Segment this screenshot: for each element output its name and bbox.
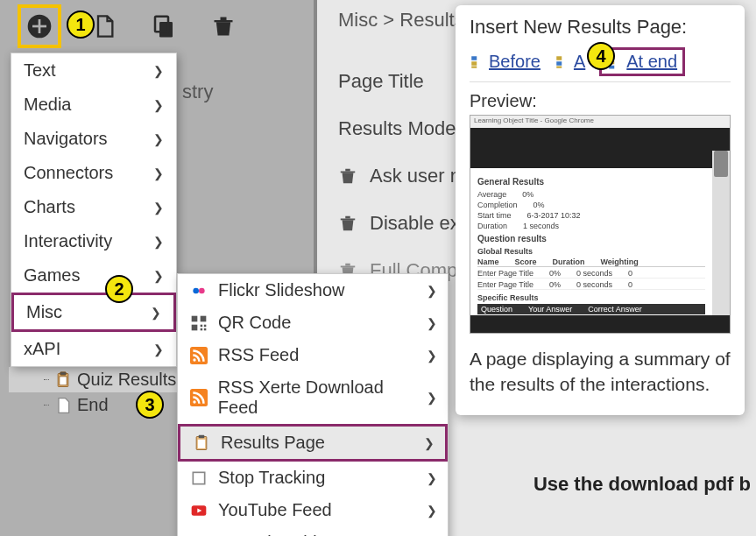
svg-point-9 bbox=[199, 287, 205, 293]
svg-rect-29 bbox=[471, 66, 477, 67]
svg-point-18 bbox=[193, 358, 195, 361]
chevron-right-icon: ❯ bbox=[427, 284, 437, 298]
tree-label: End bbox=[77, 395, 109, 415]
insert-before-icon bbox=[470, 54, 485, 70]
chevron-right-icon: ❯ bbox=[151, 306, 161, 320]
page-icon bbox=[54, 397, 72, 414]
svg-rect-14 bbox=[204, 324, 207, 327]
preview-body: General Results Average0% Completion0% S… bbox=[470, 168, 712, 315]
chevron-right-icon: ❯ bbox=[427, 349, 437, 363]
svg-rect-32 bbox=[556, 66, 562, 67]
stop-icon bbox=[190, 469, 208, 487]
svg-rect-30 bbox=[556, 56, 562, 60]
preview-thumbnail: Learning Object Title - Google Chrome Ge… bbox=[470, 115, 731, 334]
submenu-youtube-feed[interactable]: YouTube Feed ❯ bbox=[178, 494, 448, 526]
misc-submenu: Flickr Slideshow ❯ QR Code ❯ RSS Feed ❯ … bbox=[177, 273, 449, 536]
svg-rect-13 bbox=[201, 324, 203, 327]
clipboard-icon bbox=[193, 434, 210, 452]
bg-text-fragment: stry bbox=[182, 81, 213, 103]
trash-icon[interactable] bbox=[338, 166, 357, 186]
menu-item-xapi[interactable]: xAPI❯ bbox=[11, 332, 176, 366]
chevron-right-icon: ❯ bbox=[424, 436, 435, 450]
add-button[interactable] bbox=[23, 10, 56, 43]
tree-label: Quiz Results bbox=[77, 370, 176, 390]
submenu-qrcode[interactable]: QR Code ❯ bbox=[178, 307, 448, 339]
trash-icon bbox=[211, 13, 236, 39]
preview-results-bar bbox=[470, 151, 712, 168]
popover-title: Insert New Results Page: bbox=[470, 16, 731, 39]
preview-label: Preview: bbox=[470, 91, 731, 111]
svg-rect-12 bbox=[192, 324, 198, 330]
flickr-icon bbox=[190, 282, 208, 300]
svg-rect-28 bbox=[471, 61, 477, 66]
clipboard-icon bbox=[54, 371, 72, 389]
rss-icon bbox=[190, 347, 208, 364]
svg-rect-22 bbox=[199, 434, 205, 437]
insert-after-icon bbox=[555, 54, 570, 70]
menu-item-text[interactable]: Text❯ bbox=[11, 53, 176, 88]
insert-before-link[interactable]: Before bbox=[470, 52, 541, 72]
svg-rect-15 bbox=[201, 328, 203, 330]
menu-item-navigators[interactable]: Navigators❯ bbox=[11, 122, 176, 156]
qr-icon bbox=[190, 314, 208, 332]
chevron-right-icon: ❯ bbox=[427, 504, 437, 518]
menu-item-connectors[interactable]: Connectors❯ bbox=[11, 156, 176, 190]
svg-rect-16 bbox=[204, 328, 207, 330]
chevron-right-icon: ❯ bbox=[153, 235, 164, 249]
plus-circle-icon bbox=[25, 12, 53, 40]
chevron-right-icon: ❯ bbox=[153, 342, 164, 356]
submenu-rss[interactable]: RSS Feed ❯ bbox=[178, 339, 448, 371]
svg-rect-27 bbox=[471, 56, 477, 60]
menu-item-misc[interactable]: Misc❯ bbox=[11, 293, 176, 332]
category-menu: Text❯ Media❯ Navigators❯ Connectors❯ Cha… bbox=[11, 53, 177, 367]
svg-point-8 bbox=[193, 287, 199, 293]
chevron-right-icon: ❯ bbox=[427, 316, 437, 330]
svg-rect-7 bbox=[60, 376, 67, 384]
popover-description: A page displaying a summary of the resul… bbox=[470, 346, 731, 398]
chevron-right-icon: ❯ bbox=[153, 64, 164, 78]
file-icon bbox=[92, 12, 117, 40]
svg-rect-17 bbox=[190, 347, 208, 364]
toolbar bbox=[0, 0, 314, 53]
insert-after-link[interactable]: A bbox=[555, 52, 585, 72]
chevron-right-icon: ❯ bbox=[153, 269, 164, 283]
preview-footer-bar bbox=[470, 315, 730, 333]
chevron-right-icon: ❯ bbox=[153, 132, 164, 146]
preview-scrollbar bbox=[712, 151, 730, 315]
submenu-flickr[interactable]: Flickr Slideshow ❯ bbox=[178, 274, 448, 307]
menu-item-media[interactable]: Media❯ bbox=[11, 88, 176, 122]
svg-rect-24 bbox=[193, 472, 204, 483]
chevron-right-icon: ❯ bbox=[427, 391, 437, 405]
chevron-right-icon: ❯ bbox=[153, 201, 164, 215]
step-marker-2: 2 bbox=[105, 275, 133, 303]
step-marker-3: 3 bbox=[136, 391, 164, 419]
chevron-right-icon: ❯ bbox=[153, 166, 164, 180]
copy-icon bbox=[151, 13, 177, 39]
svg-rect-10 bbox=[192, 315, 198, 321]
menu-item-interactivity[interactable]: Interactivity❯ bbox=[11, 224, 176, 258]
svg-rect-2 bbox=[32, 25, 46, 28]
copy-button[interactable] bbox=[147, 10, 180, 43]
chevron-right-icon: ❯ bbox=[153, 98, 164, 112]
menu-item-games[interactable]: Games❯ bbox=[11, 258, 176, 293]
trash-icon[interactable] bbox=[338, 214, 357, 233]
submenu-results-page[interactable]: Results Page ❯ bbox=[178, 424, 448, 462]
svg-rect-19 bbox=[190, 389, 208, 406]
svg-rect-23 bbox=[198, 439, 205, 448]
delete-button[interactable] bbox=[207, 10, 240, 43]
step-marker-4: 4 bbox=[587, 42, 615, 70]
hint-text-fragment: Use the download pdf b bbox=[533, 473, 751, 496]
svg-rect-31 bbox=[556, 61, 562, 66]
chevron-right-icon: ❯ bbox=[427, 471, 437, 485]
svg-rect-6 bbox=[60, 371, 67, 374]
svg-point-20 bbox=[193, 400, 195, 403]
menu-item-charts[interactable]: Charts❯ bbox=[11, 190, 176, 224]
submenu-stop-tracking[interactable]: Stop Tracking ❯ bbox=[178, 462, 448, 494]
submenu-youtube-video[interactable]: YouTube Video ❯ bbox=[178, 526, 448, 536]
preview-window-title: Learning Object Title - Google Chrome bbox=[470, 116, 730, 128]
svg-rect-3 bbox=[159, 22, 173, 38]
youtube-icon bbox=[190, 502, 208, 519]
step-marker-1: 1 bbox=[67, 11, 95, 39]
submenu-rss-xerte[interactable]: RSS Xerte Download Feed ❯ bbox=[178, 371, 448, 424]
svg-rect-11 bbox=[201, 315, 207, 321]
